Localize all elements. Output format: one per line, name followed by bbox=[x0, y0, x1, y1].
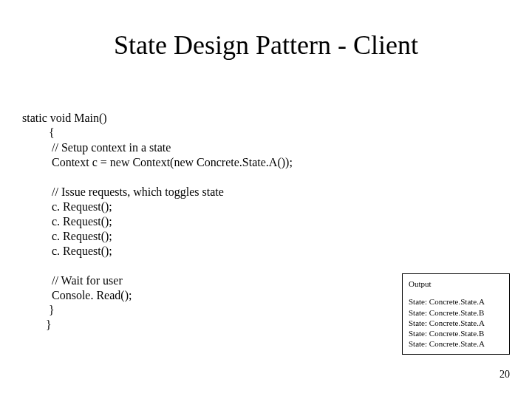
page-number: 20 bbox=[499, 369, 510, 381]
output-box: Output State: Concrete.State.A State: Co… bbox=[402, 273, 510, 355]
code-line: } bbox=[22, 318, 52, 331]
code-line: c. Request(); bbox=[22, 245, 112, 257]
code-line: c. Request(); bbox=[22, 230, 112, 242]
code-line: } bbox=[22, 304, 55, 316]
output-title: Output bbox=[409, 279, 503, 289]
code-line: static void Main() bbox=[22, 112, 107, 124]
output-line: State: Concrete.State.B bbox=[409, 307, 503, 318]
output-line: State: Concrete.State.B bbox=[409, 328, 503, 338]
code-line: c. Request(); bbox=[22, 200, 112, 213]
code-line: Context c = new Context(new Concrete.Sta… bbox=[22, 156, 293, 168]
output-line: State: Concrete.State.A bbox=[409, 318, 503, 328]
output-line: State: Concrete.State.A bbox=[409, 296, 503, 307]
code-line: { bbox=[22, 126, 55, 139]
code-line: c. Request(); bbox=[22, 215, 112, 228]
output-line: State: Concrete.State.A bbox=[409, 338, 503, 349]
code-line: // Wait for user bbox=[22, 274, 123, 287]
slide-title: State Design Pattern - Client bbox=[0, 30, 532, 61]
code-line: // Setup context in a state bbox=[22, 141, 171, 154]
code-line: // Issue requests, which toggles state bbox=[22, 185, 224, 198]
code-block: static void Main() { // Setup context in… bbox=[22, 111, 293, 332]
code-line: Console. Read(); bbox=[22, 289, 132, 301]
